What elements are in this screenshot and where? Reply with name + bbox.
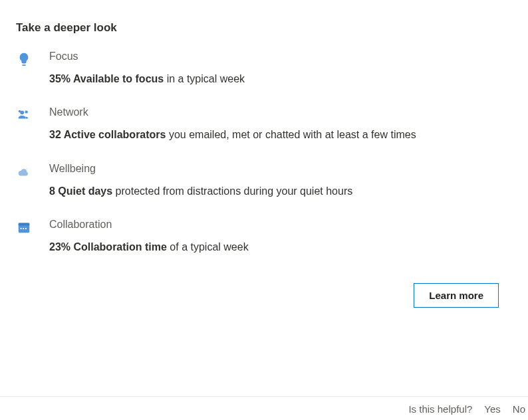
insight-metric: 8 Quiet days xyxy=(49,185,112,197)
people-icon xyxy=(13,106,35,122)
insight-detail: 8 Quiet days protected from distractions… xyxy=(49,184,515,199)
insight-metric: 23% Collaboration time xyxy=(49,241,167,253)
insight-label: Network xyxy=(49,106,515,118)
insight-body: Wellbeing 8 Quiet days protected from di… xyxy=(49,163,515,199)
insight-item-network: Network 32 Active collaborators you emai… xyxy=(13,106,515,142)
learn-more-button[interactable]: Learn more xyxy=(414,283,499,308)
insight-body: Focus 35% Available to focus in a typica… xyxy=(49,51,515,86)
cloud-moon-icon xyxy=(13,163,35,179)
insight-metric: 32 Active collaborators xyxy=(49,129,166,140)
insight-item-focus: Focus 35% Available to focus in a typica… xyxy=(13,51,515,86)
insight-label: Focus xyxy=(49,51,515,62)
insight-detail: 32 Active collaborators you emailed, met… xyxy=(49,128,515,142)
calendar-icon xyxy=(13,219,35,235)
insight-item-collaboration: Collaboration 23% Collaboration time of … xyxy=(13,219,515,255)
section-title: Take a deeper look xyxy=(16,21,515,35)
feedback-no-link[interactable]: No xyxy=(513,403,525,415)
insight-metric: 35% Available to focus xyxy=(49,73,164,84)
svg-rect-4 xyxy=(19,223,30,226)
svg-rect-7 xyxy=(25,228,27,229)
insight-body: Network 32 Active collaborators you emai… xyxy=(49,106,515,142)
svg-rect-6 xyxy=(23,228,24,229)
svg-rect-5 xyxy=(21,228,22,229)
insight-label: Wellbeing xyxy=(49,163,515,175)
insight-label: Collaboration xyxy=(49,219,515,231)
insight-detail: 35% Available to focus in a typical week xyxy=(49,72,515,86)
svg-point-2 xyxy=(19,110,21,113)
insight-body: Collaboration 23% Collaboration time of … xyxy=(49,219,515,255)
feedback-yes-link[interactable]: Yes xyxy=(484,403,500,415)
insight-detail: 23% Collaboration time of a typical week xyxy=(49,240,515,255)
feedback-footer: Is this helpful? Yes No xyxy=(0,396,528,420)
insight-text: you emailed, met or chatted with at leas… xyxy=(166,129,416,140)
learn-more-wrap: Learn more xyxy=(13,283,515,308)
insight-text: of a typical week xyxy=(167,241,249,253)
insight-text: in a typical week xyxy=(164,73,245,84)
insight-item-wellbeing: Wellbeing 8 Quiet days protected from di… xyxy=(13,163,515,199)
svg-point-1 xyxy=(25,111,27,114)
deeper-look-panel: Take a deeper look Focus 35% Available t… xyxy=(0,0,528,308)
feedback-prompt: Is this helpful? xyxy=(408,403,472,415)
insight-text: protected from distractions during your … xyxy=(112,185,352,197)
lightbulb-icon xyxy=(13,51,35,66)
